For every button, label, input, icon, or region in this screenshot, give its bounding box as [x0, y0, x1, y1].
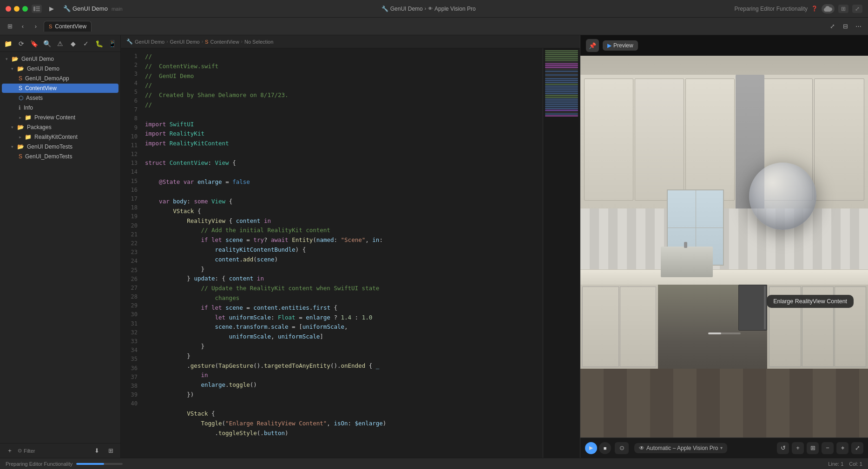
play-transport-button[interactable]: ▶: [585, 442, 597, 454]
code-line-10: import RealityKitContent: [145, 139, 537, 149]
add-file-button[interactable]: +: [4, 445, 16, 456]
sidebar-label-genuidemoapp: GenUI_DemoApp: [25, 75, 69, 82]
breadcrumb-device[interactable]: Apple Vision Pro: [434, 6, 476, 12]
help-icon[interactable]: ❓: [811, 6, 818, 12]
sidebar-icon-search[interactable]: 🔍: [42, 38, 53, 49]
svg-rect-1: [36, 7, 40, 7]
preview-btn-label: Preview: [613, 42, 633, 49]
stop-transport-button[interactable]: ■: [599, 442, 611, 454]
sidebar-icon-device[interactable]: 📱: [106, 38, 118, 49]
zoom-fit-button[interactable]: ⊞: [807, 442, 819, 454]
bc-genuidemo2[interactable]: GenUI Demo: [170, 39, 200, 45]
zoom-out-button[interactable]: −: [822, 442, 834, 454]
line-numbers: 1 2 3 4 5 6 7 8 9 10 11 12 13 14 15 16 1…: [121, 48, 139, 458]
folder-icon-packages: 📂: [17, 124, 24, 130]
project-subtitle: main: [112, 6, 123, 12]
cabinet-door-1: [584, 78, 633, 201]
layout-toggle-button[interactable]: ⊞: [4, 21, 16, 32]
chevron-packages: ▾: [11, 125, 13, 130]
sidebar-item-packages[interactable]: ▾ 📂 Packages: [2, 123, 118, 132]
sidebar-footer: + ⊙ Filter ⬇ ⊞: [0, 443, 120, 458]
expand-button[interactable]: ⤢: [826, 21, 838, 32]
grid-button[interactable]: ⊞: [105, 445, 117, 456]
sidebar-label-genuidemo: GenUI Demo: [27, 65, 59, 72]
swift-icon-genuidemotests: S: [19, 153, 22, 160]
code-line-12: struct ContentView: View {: [145, 158, 537, 168]
sidebar-item-contentview[interactable]: S ContentView: [2, 84, 118, 93]
fullscreen-button[interactable]: ⤢: [852, 5, 862, 13]
sidebar-item-previewcontent[interactable]: ▾ 📁 Preview Content: [2, 113, 118, 122]
sidebar-item-genuidemotests[interactable]: S GenUI_DemoTests: [2, 152, 118, 161]
sidebar-label-realitykitcontent: RealityKitContent: [34, 134, 78, 140]
minimap-line: [545, 69, 578, 70]
device-selector[interactable]: 👁 Automatic – Apple Vision Pro ▾: [634, 443, 727, 453]
sidebar-item-realitykitcontent[interactable]: ▾ 📁 RealityKitContent: [2, 132, 118, 142]
sidebar-item-genuidemo-root[interactable]: ▾ 📂 GenUI Demo: [2, 54, 118, 64]
zoom-percent-button[interactable]: ⌖: [836, 442, 848, 454]
sidebar-item-genuidemoapp[interactable]: S GenUI_DemoApp: [2, 74, 118, 83]
play-button[interactable]: ▶: [46, 3, 58, 14]
minimap-line: [545, 63, 578, 65]
maximize-button[interactable]: [22, 6, 28, 12]
status-progress-fill: [76, 463, 104, 465]
sidebar-icon-folder[interactable]: 📁: [3, 38, 14, 49]
preview-tooltip: Enlarge RealityView Content: [767, 295, 854, 308]
minimap-line: [545, 111, 578, 113]
sidebar-label-packages: Packages: [27, 124, 52, 130]
sidebar-label-info: Info: [24, 104, 33, 111]
minimap-line: [545, 104, 578, 105]
sidebar-item-info[interactable]: ℹ Info: [2, 103, 118, 112]
chevron-previewcontent: ▾: [18, 117, 22, 119]
split-editor-button[interactable]: ⊟: [839, 21, 851, 32]
bc-contentview[interactable]: ContentView: [210, 39, 239, 45]
chevron-down-icon: ▾: [720, 445, 723, 450]
sidebar-icon-source[interactable]: ⟳: [16, 38, 27, 49]
sidebar-icon-debug[interactable]: 🐛: [93, 38, 105, 49]
minimap-line: [545, 71, 578, 72]
filter-button[interactable]: ⊙ Filter: [18, 448, 35, 454]
toolbar-forward-button[interactable]: ›: [30, 21, 42, 32]
code-line-27: if let scene = content.entities.first {: [145, 303, 537, 313]
code-line-34: in: [145, 371, 537, 380]
rotate-left-button[interactable]: ↺: [777, 442, 789, 454]
code-editor[interactable]: // // ContentView.swift // GenUI Demo //…: [139, 48, 543, 458]
breadcrumb-project-icon: 🔧: [126, 39, 133, 45]
project-title: GenUI Demo: [72, 5, 108, 12]
cloud-status[interactable]: [822, 4, 835, 13]
code-line-22: content.add(scene): [145, 255, 537, 265]
sidebar-icon-breakpoint[interactable]: ◆: [67, 38, 79, 49]
fullscreen-preview-button[interactable]: ⤢: [851, 442, 863, 454]
minimize-button[interactable]: [14, 6, 20, 12]
editor-content: 1 2 3 4 5 6 7 8 9 10 11 12 13 14 15 16 1…: [121, 48, 580, 458]
more-button[interactable]: ⋯: [852, 21, 864, 32]
sidebar-item-genuidemotests-group[interactable]: ▾ 📂 GenUI DemoTests: [2, 142, 118, 151]
status-progress-bar: [76, 463, 123, 465]
sidebar-icon-warning[interactable]: ⚠: [55, 38, 66, 49]
code-line-20: if let scene = try? await Entity(named: …: [145, 235, 537, 245]
device-icon: 👁: [639, 445, 644, 451]
tab-contentview[interactable]: S ContentView: [44, 21, 92, 32]
preview-pin-button[interactable]: 📌: [586, 39, 599, 52]
status-left: Preparing Editor Functionality: [6, 461, 123, 467]
sidebar-icon-bookmark[interactable]: 🔖: [29, 38, 40, 49]
minimap-line: [545, 93, 578, 94]
close-button[interactable]: [6, 6, 11, 12]
sidebar-icon-test[interactable]: ✓: [80, 38, 92, 49]
sidebar-label-genuidemotests: GenUI_DemoTests: [25, 153, 72, 160]
split-view-button[interactable]: ⊞: [838, 5, 848, 13]
preview-button[interactable]: ▶ Preview: [603, 40, 638, 51]
breadcrumb-project[interactable]: GenUI Demo: [390, 6, 423, 12]
svg-rect-3: [36, 10, 40, 11]
zoom-in-button[interactable]: +: [792, 442, 804, 454]
sidebar-toggle-button[interactable]: [32, 5, 42, 13]
code-line-40: .toggleStyle(.button): [145, 429, 537, 438]
toolbar-back-button[interactable]: ‹: [17, 21, 29, 32]
inspect-button[interactable]: ⊙: [615, 442, 629, 454]
bc-genuidemo1[interactable]: GenUI Demo: [135, 39, 164, 45]
sidebar-item-genuidemo[interactable]: ▾ 📂 GenUI Demo: [2, 64, 118, 73]
status-bar: Preparing Editor Functionality Line: 1 C…: [0, 458, 868, 469]
code-line-8: import SwiftUI: [145, 120, 537, 130]
sort-button[interactable]: ⬇: [91, 445, 103, 456]
code-line-4: //: [145, 81, 537, 91]
sidebar-item-assets[interactable]: ⬡ Assets: [2, 93, 118, 103]
